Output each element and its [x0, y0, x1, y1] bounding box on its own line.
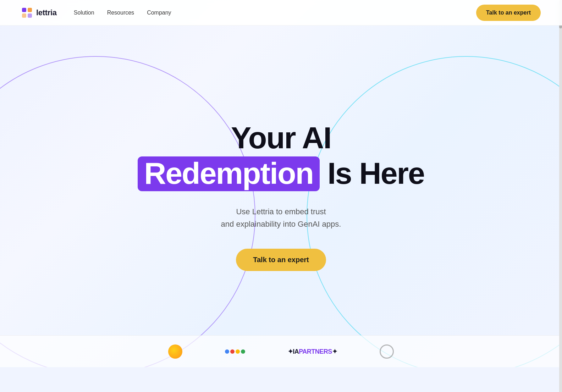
partner-logo-1 [168, 344, 182, 359]
lettria-logo-icon [21, 7, 33, 18]
scrollbar[interactable] [559, 0, 562, 392]
nav-item-resources[interactable]: Resources [107, 10, 134, 16]
partner-4-icon [380, 344, 394, 359]
partner-logo-4 [380, 344, 394, 359]
nav-link-resources[interactable]: Resources [107, 10, 134, 16]
partner-logo-google [225, 349, 245, 354]
hero-subtitle: Use Lettria to embed trust and explainab… [138, 205, 424, 230]
google-dot-red [230, 349, 235, 354]
iapartners-text: ✦IAPARTNERS✦ [288, 348, 337, 355]
hero-title-line2: Redemption Is Here [138, 156, 424, 191]
nav-item-company[interactable]: Company [147, 10, 171, 16]
hero-subtitle-line1: Use Lettria to embed trust [236, 207, 326, 216]
navbar-left: lettria Solution Resources Company [21, 7, 171, 18]
svg-rect-2 [22, 13, 26, 18]
navbar: lettria Solution Resources Company Talk … [0, 0, 562, 26]
hero-cta-button[interactable]: Talk to an expert [236, 249, 326, 271]
svg-rect-1 [28, 8, 32, 12]
nav-links: Solution Resources Company [74, 10, 171, 16]
hero-section: Your AI Redemption Is Here Use Lettria t… [0, 0, 562, 367]
svg-rect-3 [28, 13, 32, 18]
partner-logo-iapartners: ✦IAPARTNERS✦ [288, 348, 337, 355]
hero-content: Your AI Redemption Is Here Use Lettria t… [123, 122, 439, 271]
logo-text: lettria [36, 8, 57, 17]
hero-title: Your AI Redemption Is Here [138, 122, 424, 192]
nav-link-company[interactable]: Company [147, 10, 171, 16]
google-dot-yellow [236, 349, 240, 354]
partner-1-icon [168, 344, 182, 359]
hero-subtitle-line2: and explainability into GenAI apps. [221, 220, 341, 228]
partners-strip: ✦IAPARTNERS✦ [0, 335, 562, 367]
hero-title-highlight: Redemption [138, 156, 320, 191]
svg-rect-0 [22, 8, 26, 12]
nav-item-solution[interactable]: Solution [74, 10, 94, 16]
google-dot-green [241, 349, 245, 354]
hero-title-rest: Is Here [320, 156, 424, 190]
nav-cta-button[interactable]: Talk to an expert [476, 5, 541, 21]
google-logo-icon [225, 349, 245, 354]
hero-title-line1: Your AI [138, 122, 424, 154]
google-dot-blue [225, 349, 229, 354]
logo-link[interactable]: lettria [21, 7, 57, 18]
nav-link-solution[interactable]: Solution [74, 10, 94, 16]
